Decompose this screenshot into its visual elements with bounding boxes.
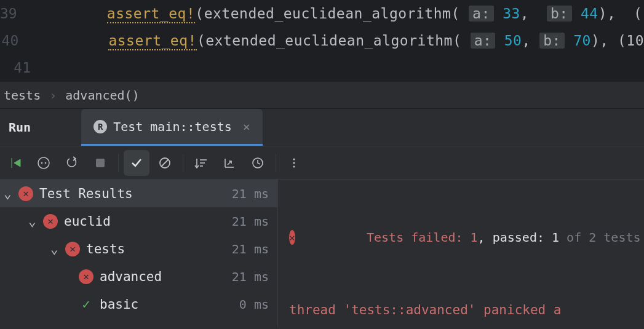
close-icon[interactable]: × [243,119,250,134]
tree-time: 21 ms [232,214,277,229]
fail-icon: ✕ [79,269,93,284]
toolbar-divider [183,154,183,172]
test-tree[interactable]: ⌄ ✕ Test Results 21 ms ⌄ ✕ euclid 21 ms … [0,180,278,327]
fail-icon: ✕ [289,230,295,245]
tab-test-main[interactable]: R Test main::tests × [81,109,263,146]
show-passed-toggle[interactable] [124,150,149,176]
fn-name: extended_euclidean_algorithm [205,33,453,49]
code-line: 40 assert_eq!(extended_euclidean_algorit… [0,27,644,54]
tree-label: advanced [100,269,232,284]
line-number: 40 [0,33,55,49]
macro-call: assert_eq! [108,33,196,50]
fail-icon: ✕ [18,186,33,201]
line-number: 39 [0,6,54,22]
tree-time: 21 ms [232,269,277,284]
sort-button[interactable] [188,150,214,176]
tree-label: Test Results [39,186,232,201]
tab-label: Test main::tests [113,119,232,134]
param-hint: a: [471,33,496,49]
rerun-failed-button[interactable] [59,150,85,176]
svg-point-0 [38,157,49,168]
code-tail: ), (10 [591,33,644,49]
show-ignored-toggle[interactable] [152,150,178,176]
tree-time: 21 ms [232,186,277,201]
tree-leaf-advanced[interactable]: ✕ advanced 21 ms [0,263,277,290]
svg-point-13 [293,158,295,160]
tree-time: 0 ms [239,297,277,312]
test-summary: ✕ Tests failed: 1, passed: 1 of 2 tests … [289,215,633,260]
tree-node-euclid[interactable]: ⌄ ✕ euclid 21 ms [0,207,277,235]
tree-leaf-basic[interactable]: ✓ basic 0 ms [0,290,277,318]
chevron-down-icon[interactable]: ⌄ [28,214,38,229]
stop-button[interactable] [87,150,113,176]
num-literal: 70 [573,33,591,49]
tree-label: basic [100,297,239,312]
breadcrumb-item[interactable]: advanced() [65,88,139,103]
chevron-right-icon: › [49,88,57,103]
context-button[interactable] [31,150,57,176]
comma: , [522,33,539,49]
tree-root[interactable]: ⌄ ✕ Test Results 21 ms [0,180,277,207]
rust-icon: R [93,120,107,133]
rerun-button[interactable] [2,150,28,176]
fail-text: Tests failed: [367,230,471,245]
svg-point-1 [41,162,43,164]
line-number: 41 [0,60,68,76]
svg-point-14 [293,162,295,164]
chevron-down-icon[interactable]: ⌄ [4,186,14,201]
tree-label: euclid [64,214,232,229]
pass-count: 1 [552,230,559,245]
breadcrumb-item[interactable]: tests [4,88,41,103]
breadcrumb[interactable]: tests › advanced() [0,81,644,109]
panel-title: Run [9,120,31,135]
fail-icon: ✕ [65,242,80,256]
expand-button[interactable] [217,150,242,176]
console-line: thread 'tests::advanced' panicked a [289,303,633,317]
toolbar-divider [276,154,276,172]
param-hint: b: [539,33,565,49]
test-output-console[interactable]: ✕ Tests failed: 1, passed: 1 of 2 tests … [278,180,644,327]
tree-label: tests [86,242,232,256]
test-toolbar [0,146,644,180]
test-results: ⌄ ✕ Test Results 21 ms ⌄ ✕ euclid 21 ms … [0,180,644,327]
num-literal: 50 [504,33,522,49]
run-panel-header: Run R Test main::tests × [0,109,644,146]
code-editor[interactable]: 39 assert_eq!(extended_euclidean_algorit… [0,0,644,81]
summary-tail: of 2 tests – 21 ms [559,230,644,245]
svg-point-15 [293,165,295,167]
sep: , [478,230,493,245]
fail-icon: ✕ [43,214,58,229]
svg-point-2 [45,162,47,164]
svg-rect-3 [96,159,105,167]
chevron-down-icon[interactable]: ⌄ [50,242,60,256]
more-button[interactable] [281,150,307,176]
tree-node-tests[interactable]: ⌄ ✕ tests 21 ms [0,235,277,263]
history-button[interactable] [245,150,271,176]
tree-time: 21 ms [232,242,277,256]
fail-count: 1 [471,230,478,245]
svg-line-5 [161,159,169,167]
toolbar-divider [118,154,119,172]
pass-icon: ✓ [79,296,93,312]
pass-text: passed: [493,230,552,245]
